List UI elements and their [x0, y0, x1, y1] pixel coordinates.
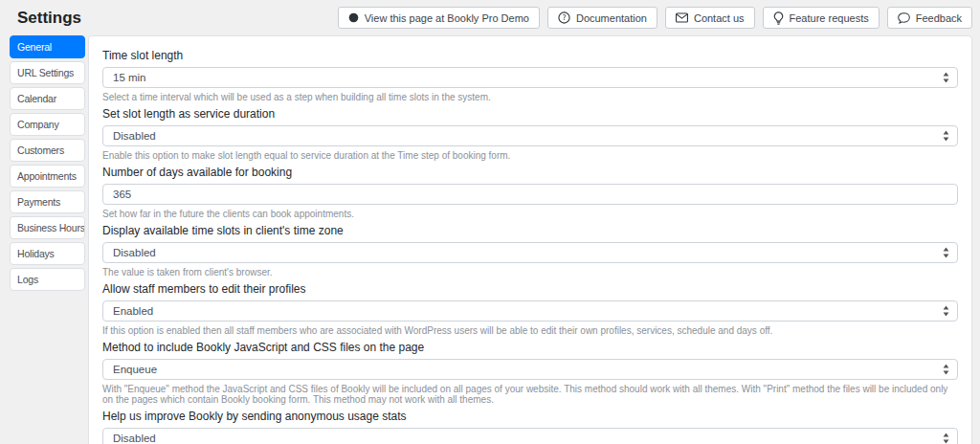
sidebar-tab-payments[interactable]: Payments	[10, 190, 85, 213]
envelope-icon	[676, 12, 688, 23]
field-label: Help us improve Bookly by sending anonym…	[102, 410, 958, 423]
select-time-slot-length[interactable]: 15 min	[102, 67, 958, 88]
field-help-text: Select a time interval which will be use…	[102, 92, 958, 102]
field-label: Number of days available for booking	[102, 166, 958, 179]
select-value: Disabled	[113, 130, 156, 142]
select-value: Enqueue	[113, 364, 157, 375]
sidebar-tab-general[interactable]: General	[10, 35, 85, 58]
form-field: Time slot length 15 min Select a time in…	[102, 49, 958, 102]
header-button-feedback[interactable]: Feedback	[887, 7, 972, 29]
form-field: Help us improve Bookly by sending anonym…	[102, 410, 958, 444]
select-display-available-time-slots-in-client-s-time-zone[interactable]: Disabled	[102, 242, 958, 263]
select-value: Disabled	[113, 433, 156, 444]
field-help-text: Set how far in the future the clients ca…	[102, 209, 958, 219]
sidebar-tab-holidays[interactable]: Holidays	[10, 242, 85, 265]
chat-bubble-icon	[898, 12, 910, 24]
select-arrows-icon	[943, 73, 949, 83]
header-button-feature-requests[interactable]: Feature requests	[763, 7, 880, 29]
page-title: Settings	[17, 9, 81, 28]
sidebar-tab-company[interactable]: Company	[10, 113, 85, 136]
form-field: Allow staff members to edit their profil…	[102, 282, 958, 336]
bookly-demo-icon	[348, 12, 359, 23]
header-button-label: Feedback	[916, 12, 962, 24]
sidebar-tab-url-settings[interactable]: URL Settings	[10, 61, 85, 84]
field-help-text: If this option is enabled then all staff…	[102, 325, 958, 336]
header-buttons: View this page at Bookly Pro Demo ? Docu…	[338, 7, 972, 29]
select-arrows-icon	[943, 248, 949, 258]
select-value: Enabled	[113, 305, 153, 317]
header-button-documentation[interactable]: ? Documentation	[547, 7, 657, 29]
sidebar-tab-appointments[interactable]: Appointments	[10, 165, 85, 188]
settings-panel: Time slot length 15 min Select a time in…	[88, 35, 972, 444]
field-label: Display available time slots in client's…	[102, 224, 958, 237]
select-set-slot-length-as-service-duration[interactable]: Disabled	[102, 125, 958, 146]
field-label: Time slot length	[102, 49, 958, 62]
select-allow-staff-members-to-edit-their-profiles[interactable]: Enabled	[102, 300, 958, 322]
select-method-to-include-bookly-javascript-and-css-files-on-the-page[interactable]: Enqueue	[102, 359, 958, 380]
select-arrows-icon	[943, 365, 949, 375]
page-body: General URL Settings Calendar Company Cu…	[0, 33, 980, 444]
field-label: Set slot length as service duration	[102, 107, 958, 121]
sidebar-tab-logs[interactable]: Logs	[10, 268, 85, 291]
page-header: Settings View this page at Bookly Pro De…	[0, 0, 980, 33]
sidebar-tab-business-hours[interactable]: Business Hours	[10, 216, 85, 239]
field-help-text: With "Enqueue" method the JavaScript and…	[102, 384, 958, 405]
field-label: Method to include Bookly JavaScript and …	[102, 341, 958, 354]
form-field: Method to include Bookly JavaScript and …	[102, 341, 958, 405]
header-button-view-this-page-at-bookly-pro-demo[interactable]: View this page at Bookly Pro Demo	[338, 7, 540, 29]
select-value: 15 min	[113, 72, 146, 83]
svg-text:?: ?	[562, 13, 566, 22]
select-help-us-improve-bookly-by-sending-anonymous-usage-stats[interactable]: Disabled	[102, 428, 958, 444]
header-button-label: Documentation	[576, 12, 647, 24]
question-circle-icon: ?	[558, 11, 570, 24]
field-help-text: The value is taken from client's browser…	[102, 267, 958, 278]
header-button-contact-us[interactable]: Contact us	[665, 7, 755, 29]
field-label: Allow staff members to edit their profil…	[102, 282, 958, 296]
sidebar-tab-customers[interactable]: Customers	[10, 139, 85, 162]
field-help-text: Enable this option to make slot length e…	[102, 150, 958, 161]
select-value: Disabled	[113, 247, 156, 258]
sidebar-tab-calendar[interactable]: Calendar	[10, 87, 85, 110]
header-button-label: Feature requests	[790, 12, 869, 24]
form-field: Number of days available for booking Set…	[102, 166, 958, 219]
form-field: Set slot length as service duration Disa…	[102, 107, 958, 161]
input-number-of-days-available-for-booking[interactable]	[102, 184, 958, 205]
select-arrows-icon	[943, 131, 949, 142]
bookly-settings-page: Settings View this page at Bookly Pro De…	[0, 0, 980, 444]
select-arrows-icon	[943, 433, 949, 444]
form-field: Display available time slots in client's…	[102, 224, 958, 278]
settings-nav: General URL Settings Calendar Company Cu…	[10, 35, 85, 291]
lightbulb-icon	[773, 11, 784, 25]
header-button-label: Contact us	[694, 12, 745, 24]
header-button-label: View this page at Bookly Pro Demo	[365, 12, 529, 24]
select-arrows-icon	[943, 306, 949, 317]
